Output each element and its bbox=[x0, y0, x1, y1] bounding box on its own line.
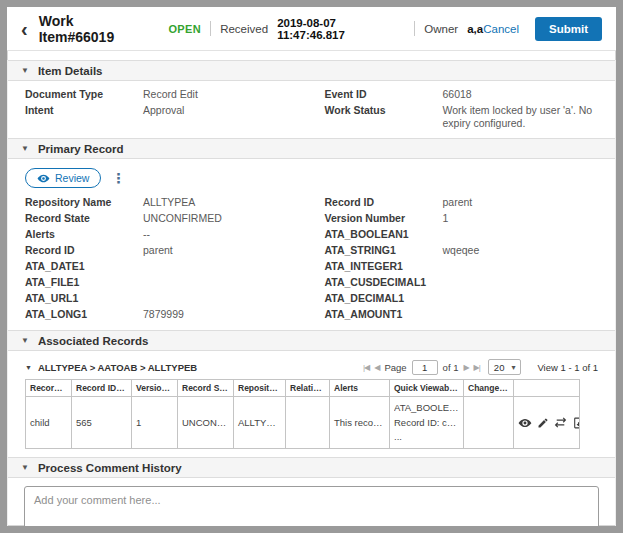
work-item-window: ‹ Work Item#66019 OPEN Received 2019-08-… bbox=[0, 0, 623, 533]
field-label: Record ID bbox=[325, 196, 443, 208]
column-label: Record ID bbox=[30, 383, 70, 393]
owner-label: Owner bbox=[424, 23, 458, 35]
field-row: ATA_DECIMAL1 bbox=[325, 292, 599, 306]
cell-record-id-extension: 565 bbox=[72, 397, 132, 449]
field-label: Record ID bbox=[25, 244, 143, 256]
column-header-change-information[interactable]: Change Informatio... bbox=[464, 380, 514, 397]
cell-repository-name: ALLTYPEB bbox=[234, 397, 286, 449]
collapse-icon[interactable]: ▼ bbox=[21, 67, 29, 75]
collapse-icon[interactable]: ▼ bbox=[21, 145, 29, 153]
field-label: Record State bbox=[25, 212, 143, 224]
field-row: ATA_STRING1wqeqee bbox=[325, 244, 599, 258]
page-size-select[interactable]: 20 ▾ bbox=[488, 359, 522, 375]
section-header-associated-records[interactable]: ▼ Associated Records bbox=[8, 330, 615, 351]
field-row: ATA_AMOUNT1 bbox=[325, 308, 599, 322]
comment-input[interactable] bbox=[24, 486, 599, 533]
field-label: ATA_STRING1 bbox=[325, 244, 443, 256]
pagination: |◀ ◀ Page of 1 ▶ ▶| 20 ▾ View 1 - 1 of 1 bbox=[363, 359, 598, 375]
column-header-quick-viewable[interactable]: Quick Viewable At... bbox=[390, 380, 464, 397]
page-size-value: 20 bbox=[494, 362, 505, 373]
field-value: wqeqee bbox=[443, 244, 599, 257]
next-page-icon[interactable]: ▶ bbox=[463, 363, 468, 372]
column-header-alerts[interactable]: Alerts bbox=[330, 380, 390, 397]
row-actions bbox=[518, 416, 575, 430]
field-row: ATA_CUSDECIMAL1 bbox=[325, 276, 599, 290]
field-label: ATA_LONG1 bbox=[25, 308, 143, 320]
back-icon[interactable]: ‹ bbox=[21, 19, 28, 39]
field-row: Intent Approval bbox=[25, 104, 299, 130]
section-title: Primary Record bbox=[38, 143, 124, 155]
section-header-process-comment-history[interactable]: ▼ Process Comment History bbox=[8, 457, 615, 478]
export-icon[interactable] bbox=[572, 416, 580, 430]
page-of-label: of 1 bbox=[443, 362, 459, 373]
cell-quick-viewable: ATA_BOOLEAN Record ID: chi... ... bbox=[390, 397, 464, 449]
section-item-details: ▼ Item Details Document Type Record Edit… bbox=[8, 60, 615, 138]
field-row: ATA_LONG17879999 bbox=[25, 308, 299, 322]
field-row: ATA_BOOLEAN1 bbox=[325, 228, 599, 242]
last-page-icon[interactable]: ▶| bbox=[474, 363, 480, 372]
column-header-relationships[interactable]: Relationships bbox=[286, 380, 330, 397]
review-label: Review bbox=[55, 172, 89, 184]
transfer-icon[interactable] bbox=[554, 416, 567, 429]
primary-record-actions: Review ⋮ bbox=[25, 168, 598, 188]
field-value: parent bbox=[143, 244, 299, 257]
primary-record-fields: Repository NameALLTYPEA Record IDparent … bbox=[25, 196, 598, 322]
received-label: Received bbox=[220, 23, 268, 35]
field-label: ATA_INTEGER1 bbox=[325, 260, 443, 272]
column-header-record-state[interactable]: Record State bbox=[178, 380, 234, 397]
cancel-button[interactable]: Cancel bbox=[483, 23, 519, 35]
breadcrumb: ▼ ALLTYPEA > AATOAB > ALLTYPEB bbox=[25, 362, 197, 373]
column-header-version-number[interactable]: Version Number bbox=[132, 380, 178, 397]
review-button[interactable]: Review bbox=[25, 168, 101, 188]
collapse-icon[interactable]: ▼ bbox=[21, 464, 29, 472]
section-associated-records: ▼ Associated Records ▼ ALLTYPEA > AATOAB… bbox=[8, 330, 615, 457]
submit-button[interactable]: Submit bbox=[535, 17, 602, 41]
field-label: Alerts bbox=[25, 228, 143, 240]
field-row: Repository NameALLTYPEA bbox=[25, 196, 299, 210]
view-icon[interactable] bbox=[518, 416, 532, 430]
field-row: Record IDparent bbox=[325, 196, 599, 210]
cell-version-number: 1 bbox=[132, 397, 178, 449]
field-row: ATA_INTEGER1 bbox=[325, 260, 599, 274]
field-row: Version Number1 bbox=[325, 212, 599, 226]
field-value: -- bbox=[143, 228, 299, 241]
section-header-primary-record[interactable]: ▼ Primary Record bbox=[8, 138, 615, 159]
table-row[interactable]: child 565 1 UNCONFIRMED ALLTYPEB This re… bbox=[26, 397, 580, 449]
field-row: Record IDparent bbox=[25, 244, 299, 258]
field-row: Alerts-- bbox=[25, 228, 299, 242]
first-page-icon[interactable]: |◀ bbox=[363, 363, 369, 372]
view-count-label: View 1 - 1 of 1 bbox=[537, 362, 598, 373]
column-header-record-id-extension[interactable]: Record ID Extensio... bbox=[72, 380, 132, 397]
field-row: Event ID 66018 bbox=[325, 88, 599, 101]
section-process-comment-history: ▼ Process Comment History bbox=[8, 457, 615, 533]
eye-icon bbox=[37, 172, 50, 185]
field-label: Repository Name bbox=[25, 196, 143, 208]
field-row: ATA_FILE1 bbox=[25, 276, 299, 290]
section-primary-record: ▼ Primary Record Review ⋮ Repository Nam… bbox=[8, 138, 615, 330]
field-value: parent bbox=[443, 196, 599, 209]
field-value: Work item locked by user 'a'. No expiry … bbox=[443, 104, 599, 130]
cell-record-id: child bbox=[26, 397, 72, 449]
page-input[interactable] bbox=[412, 360, 438, 375]
item-details-body: Document Type Record Edit Event ID 66018… bbox=[8, 81, 615, 138]
page-label: Page bbox=[384, 362, 406, 373]
section-title: Item Details bbox=[38, 65, 103, 77]
group-collapse-icon[interactable]: ▼ bbox=[25, 364, 32, 371]
more-options-icon[interactable]: ⋮ bbox=[111, 171, 125, 185]
field-row: Document Type Record Edit bbox=[25, 88, 299, 101]
associated-records-table: Record ID↑ Record ID Extensio... Version… bbox=[25, 379, 580, 449]
column-header-repository-name[interactable]: Repository Name bbox=[234, 380, 286, 397]
field-label: Intent bbox=[25, 104, 143, 116]
field-label: ATA_DATE1 bbox=[25, 260, 143, 272]
collapse-icon[interactable]: ▼ bbox=[21, 337, 29, 345]
quick-viewable-line: Record ID: chi... bbox=[394, 416, 459, 430]
field-label: Version Number bbox=[325, 212, 443, 224]
divider bbox=[414, 21, 415, 36]
column-header-record-id[interactable]: Record ID↑ bbox=[26, 380, 72, 397]
received-value: 2019-08-07 11:47:46.817 bbox=[277, 17, 405, 41]
sections-container: ▼ Item Details Document Type Record Edit… bbox=[7, 60, 616, 533]
prev-page-icon[interactable]: ◀ bbox=[374, 363, 379, 372]
edit-icon[interactable] bbox=[537, 417, 549, 429]
field-label: Work Status bbox=[325, 104, 443, 116]
section-header-item-details[interactable]: ▼ Item Details bbox=[8, 60, 615, 81]
